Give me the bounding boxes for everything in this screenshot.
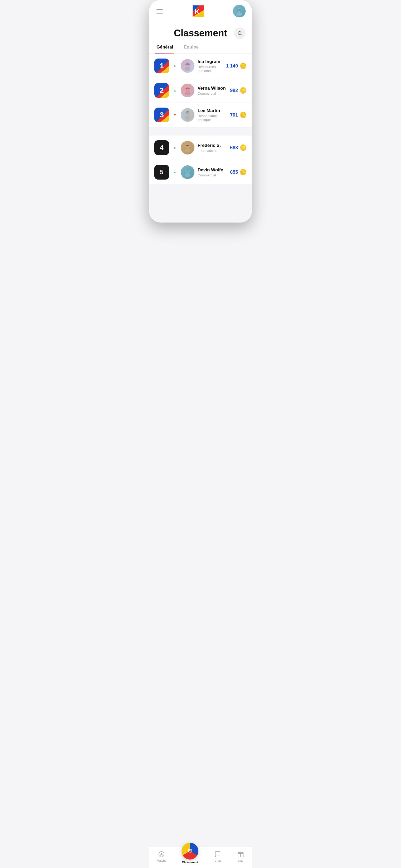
player-avatar-3	[181, 108, 195, 122]
player-avatar-5	[181, 165, 195, 179]
page-title: Classement	[174, 28, 227, 39]
leaderboard-row[interactable]: 3 ▼ Lee Martin Résponsable boutique	[149, 103, 252, 127]
player-avatar-2	[181, 84, 195, 97]
trend-indicator-1: ▶	[172, 64, 177, 68]
rank-badge-4: 4	[154, 140, 169, 155]
player-info-3: Lee Martin Résponsable boutique	[198, 108, 227, 122]
svg-rect-21	[186, 147, 190, 147]
player-role-2: Commercial	[198, 92, 227, 95]
player-role-4: Informaticien	[198, 149, 227, 153]
player-role-1: Ressources humaines	[198, 65, 223, 73]
leaderboard-content: 1 ▶ Ina Ingram Ressources humaines	[149, 54, 252, 222]
phone-frame: K Classement	[149, 0, 252, 222]
svg-point-16	[187, 88, 189, 90]
player-name-5: Devin Wolfe	[198, 167, 227, 173]
player-name-3: Lee Martin	[198, 108, 227, 113]
trend-indicator-3: ▼	[172, 113, 177, 117]
player-name-1: Ina Ingram	[198, 59, 223, 64]
player-info-5: Devin Wolfe Commercial	[198, 167, 227, 177]
rank-badge-2: 2	[154, 83, 169, 98]
score-area-2: 982 🪙	[230, 87, 247, 94]
player-name-4: Frédéric S.	[198, 143, 227, 148]
coin-icon-1: 🪙	[239, 62, 247, 69]
score-3: 701	[230, 112, 238, 118]
coin-icon-4: 🪙	[239, 144, 247, 151]
score-2: 982	[230, 88, 238, 93]
leaderboard-row[interactable]: 5 ▲ Devin Wolfe Commercial	[149, 160, 252, 184]
page-title-area: Classement	[149, 21, 252, 41]
player-info-4: Frédéric S. Informaticien	[198, 143, 227, 153]
player-info-1: Ina Ingram Ressources humaines	[198, 59, 223, 73]
player-avatar-4	[181, 141, 195, 155]
logo: K	[192, 4, 205, 18]
score-area-1: 1 140 🪙	[226, 62, 247, 69]
svg-line-11	[241, 34, 242, 36]
svg-point-23	[185, 173, 191, 177]
svg-point-6	[236, 12, 242, 16]
player-avatar-1	[181, 59, 195, 73]
score-area-5: 655 🪙	[230, 169, 247, 176]
player-info-2: Verna Wilson Commercial	[198, 86, 227, 95]
trend-indicator-2: ▲	[172, 89, 177, 92]
svg-point-24	[187, 169, 189, 172]
svg-point-20	[185, 149, 191, 152]
score-4: 683	[230, 145, 238, 151]
score-5: 655	[230, 169, 238, 175]
section-gap	[149, 131, 252, 135]
svg-text:K: K	[195, 8, 199, 15]
score-area-3: 701 🪙	[230, 112, 247, 118]
tab-equipe[interactable]: Équipe	[182, 41, 200, 54]
player-role-3: Résponsable boutique	[198, 114, 227, 122]
konbini-logo: K	[192, 4, 205, 18]
rank-badge-3: 3	[154, 107, 169, 122]
coin-icon-5: 🪙	[239, 169, 247, 176]
rank-badge-5: 5	[154, 165, 169, 180]
player-role-5: Commercial	[198, 173, 227, 177]
tabs-bar: Général Équipe	[149, 41, 252, 54]
user-avatar[interactable]	[233, 5, 246, 18]
others-section: 4 ▶ Frédéric S. Informaticie	[149, 135, 252, 184]
score-area-4: 683 🪙	[230, 144, 247, 151]
header: K	[149, 0, 252, 21]
top3-section: 1 ▶ Ina Ingram Ressources humaines	[149, 54, 252, 127]
trend-indicator-4: ▶	[172, 146, 177, 150]
trend-indicator-5: ▲	[172, 170, 177, 174]
leaderboard-row[interactable]: 2 ▲ Verna Wilson Commercial	[149, 78, 252, 103]
tab-general[interactable]: Général	[155, 41, 174, 54]
score-1: 1 140	[226, 63, 238, 69]
rank-badge-1: 1	[154, 59, 169, 73]
search-button[interactable]	[234, 27, 246, 39]
menu-button[interactable]	[155, 8, 164, 14]
coin-icon-2: 🪙	[239, 87, 247, 94]
svg-point-13	[185, 67, 191, 71]
coin-icon-3: 🪙	[239, 112, 247, 118]
player-name-2: Verna Wilson	[198, 86, 227, 91]
svg-point-15	[185, 92, 191, 95]
svg-point-18	[185, 116, 191, 120]
svg-point-12	[185, 62, 190, 67]
leaderboard-row[interactable]: 4 ▶ Frédéric S. Informaticie	[149, 135, 252, 160]
leaderboard-row[interactable]: 1 ▶ Ina Ingram Ressources humaines	[149, 54, 252, 78]
svg-point-19	[185, 144, 190, 149]
